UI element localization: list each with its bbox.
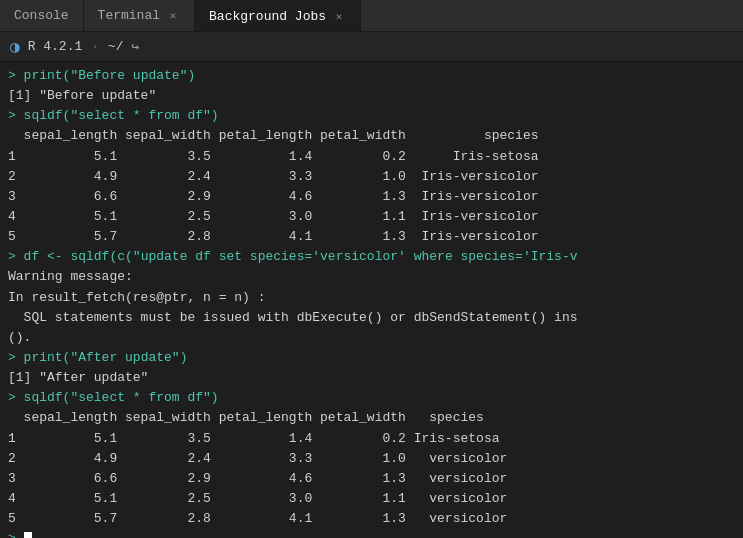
toolbar-separator: · [90,38,100,56]
console-line: 3 6.6 2.9 4.6 1.3 Iris-versicolor [8,187,735,207]
toolbar-path: ~/ [108,39,124,54]
console-line: [1] "Before update" [8,86,735,106]
toolbar: ◑ R 4.2.1 · ~/ ↪ [0,32,743,62]
console-line: 5 5.7 2.8 4.1 1.3 versicolor [8,509,735,529]
tab-background-jobs-label: Background Jobs [209,9,326,24]
console-line: 1 5.1 3.5 1.4 0.2 Iris-setosa [8,429,735,449]
console-line: 4 5.1 2.5 3.0 1.1 versicolor [8,489,735,509]
console-line: sepal_length sepal_width petal_length pe… [8,408,735,428]
r-icon: ◑ [10,37,20,57]
toolbar-arrow-icon: ↪ [131,39,139,55]
tab-console[interactable]: Console [0,0,84,31]
tab-terminal[interactable]: Terminal ✕ [84,0,195,31]
console-line: SQL statements must be issued with dbExe… [8,308,735,328]
console-line: > print("After update") [8,348,735,368]
console-line: > df <- sqldf(c("update df set species='… [8,247,735,267]
tab-background-jobs[interactable]: Background Jobs ✕ [195,0,361,31]
tab-bar: Console Terminal ✕ Background Jobs ✕ [0,0,743,32]
console-line: In result_fetch(res@ptr, n = n) : [8,288,735,308]
console-line: 2 4.9 2.4 3.3 1.0 Iris-versicolor [8,167,735,187]
console-line: > print("Before update") [8,66,735,86]
console-line: > sqldf("select * from df") [8,106,735,126]
tab-terminal-close[interactable]: ✕ [166,9,180,23]
console-line: 3 6.6 2.9 4.6 1.3 versicolor [8,469,735,489]
console-line: > [8,529,735,538]
console-line: [1] "After update" [8,368,735,388]
console-output: > print("Before update")[1] "Before upda… [0,62,743,538]
console-line: 5 5.7 2.8 4.1 1.3 Iris-versicolor [8,227,735,247]
tab-console-label: Console [14,8,69,23]
console-line: 2 4.9 2.4 3.3 1.0 versicolor [8,449,735,469]
r-version-label: R 4.2.1 [28,39,83,54]
console-line: 1 5.1 3.5 1.4 0.2 Iris-setosa [8,147,735,167]
console-line: (). [8,328,735,348]
tab-terminal-label: Terminal [98,8,160,23]
console-line: sepal_length sepal_width petal_length pe… [8,126,735,146]
console-line: Warning message: [8,267,735,287]
console-line: 4 5.1 2.5 3.0 1.1 Iris-versicolor [8,207,735,227]
console-line: > sqldf("select * from df") [8,388,735,408]
tab-background-jobs-close[interactable]: ✕ [332,9,346,23]
